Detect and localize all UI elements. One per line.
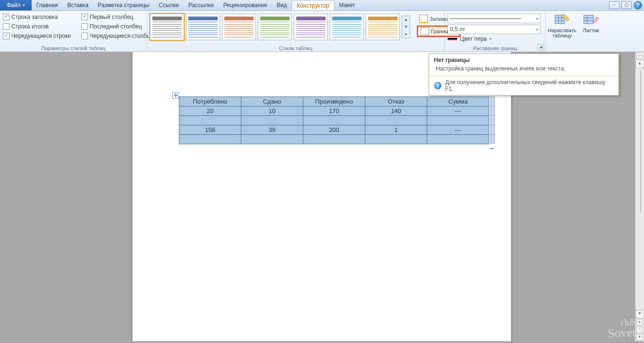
option-label: Последний столбец (90, 23, 142, 30)
option-чередующиеся-строки[interactable]: Чередующиеся строки (3, 33, 71, 39)
group-label: Рисование границ (445, 45, 545, 51)
scroll-down-button[interactable]: ▼ (635, 310, 644, 318)
document-table[interactable]: ПотребленоСданоПроизведеноОтказСумма2010… (179, 97, 489, 144)
borders-tooltip: Нет границы Настройка границ выделенных … (429, 53, 619, 96)
row-selection-marker[interactable] (490, 125, 495, 134)
scroll-up-button[interactable]: ▲ (635, 60, 644, 68)
tab-главная[interactable]: Главная (32, 0, 63, 10)
vertical-scrollbar[interactable]: ▭ ▲ ▼ ▴ ○ ▾ (635, 52, 644, 341)
next-page-button[interactable]: ▾ (636, 334, 643, 341)
tooltip-title: Нет границы (429, 54, 618, 64)
checkbox-icon (81, 33, 88, 39)
pen-style-dropdown[interactable]: ▾ (448, 14, 540, 23)
table-style-swatch[interactable] (366, 14, 400, 40)
file-menu[interactable]: Файл (0, 0, 32, 10)
table-style-gallery[interactable]: ▲▼▾ (150, 12, 410, 40)
bucket-icon (419, 15, 428, 23)
svg-rect-6 (584, 15, 593, 24)
option-label: Строка заголовка (11, 14, 58, 20)
option-последний-столбец[interactable]: Последний столбец (81, 23, 154, 30)
table-style-swatch[interactable] (150, 14, 184, 40)
table-style-swatch[interactable] (222, 14, 256, 40)
checkbox-icon (3, 33, 9, 39)
pen-weight-dropdown[interactable]: 0,5 пт▾ (448, 25, 540, 34)
checkbox-icon (3, 14, 9, 20)
tab-макет[interactable]: Макет (335, 0, 360, 10)
table-header-cell[interactable]: Отказ (365, 97, 427, 106)
scroll-thumb[interactable] (640, 70, 641, 213)
row-selection-marker[interactable] (490, 115, 495, 125)
eraser-icon (583, 13, 599, 27)
table-header-cell[interactable]: Произведено (303, 97, 365, 106)
table-cell[interactable]: 39 (241, 125, 303, 135)
eraser-button[interactable]: Ластик (581, 13, 601, 38)
checkbox-icon (81, 23, 88, 30)
table-cell[interactable] (241, 135, 303, 144)
option-label: Строка итогов (11, 23, 49, 30)
gallery-more-button[interactable]: ▲▼▾ (402, 16, 410, 38)
tab-вставка[interactable]: Вставка (62, 0, 93, 10)
table-cell[interactable]: 140 (365, 106, 427, 116)
window-min-button[interactable]: – (609, 1, 619, 9)
tab-ссылки[interactable]: Ссылки (154, 0, 184, 10)
table-cell[interactable] (427, 116, 489, 125)
tooltip-footer: Для получения дополнительных сведений на… (445, 79, 614, 92)
table-cell[interactable]: --- (427, 125, 489, 135)
table-cell[interactable] (241, 116, 303, 125)
draw-table-button[interactable]: Нарисовать таблицу (548, 13, 576, 38)
table-style-swatch[interactable] (258, 14, 292, 40)
table-style-swatch[interactable] (186, 14, 220, 40)
group-pen: ▾ 0,5 пт▾ Цвет пера ▾ Рисование границ ◢ (445, 11, 546, 52)
tab-рецензирование[interactable]: Рецензирование (219, 0, 272, 10)
table-cell[interactable] (303, 116, 365, 125)
table-cell[interactable]: 1 (365, 125, 427, 135)
table-cell[interactable]: 10 (241, 106, 303, 116)
help-button[interactable]: ? (634, 1, 642, 9)
checkbox-icon (81, 14, 88, 20)
table-header-cell[interactable]: Сдано (241, 97, 303, 106)
table-cell[interactable]: 200 (303, 125, 365, 135)
group-label: Стили таблиц (147, 45, 444, 51)
table-style-swatch[interactable] (294, 14, 328, 40)
table-cell[interactable]: --- (427, 106, 489, 116)
table-cell[interactable] (365, 135, 427, 144)
table-cell[interactable] (365, 116, 427, 125)
table-cell[interactable] (179, 116, 241, 125)
table-resize-handle[interactable] (490, 148, 494, 149)
table-cell[interactable]: 170 (303, 106, 365, 116)
table-move-handle[interactable]: ✥ (172, 92, 179, 99)
option-label: Чередующиеся строки (11, 33, 71, 39)
window-restore-button[interactable]: ▢ (621, 1, 632, 9)
group-table-styles: ▲▼▾ Заливка▾ Границы▾ Стили таблиц (147, 11, 445, 52)
tab-разметка страницы[interactable]: Разметка страницы (93, 0, 154, 10)
option-первый-столбец[interactable]: Первый столбец (81, 14, 154, 20)
checkbox-icon (3, 23, 9, 30)
borders-icon (421, 27, 429, 35)
tab-конструктор[interactable]: Конструктор (291, 0, 334, 10)
table-header-cell[interactable]: Потреблено (179, 97, 241, 106)
browse-object-button[interactable]: ○ (636, 326, 643, 333)
tab-вид[interactable]: Вид (272, 0, 291, 10)
dialog-launcher[interactable]: ◢ (538, 44, 544, 51)
ruler-toggle-icon[interactable]: ▭ (636, 53, 643, 59)
table-cell[interactable] (303, 135, 365, 144)
row-selection-marker[interactable] (490, 134, 495, 144)
table-cell[interactable]: 156 (179, 125, 241, 135)
option-чередующиеся-столбцы[interactable]: Чередующиеся столбцы (81, 33, 154, 39)
table-cell[interactable]: 20 (179, 106, 241, 116)
pen-color-button[interactable]: Цвет пера ▾ (448, 35, 542, 42)
menu-tabs: Файл ГлавнаяВставкаРазметка страницыСсыл… (0, 0, 644, 11)
table-cell[interactable] (427, 135, 489, 144)
group-draw: Нарисовать таблицу Ластик (546, 11, 613, 52)
option-строка-итогов[interactable]: Строка итогов (3, 23, 71, 30)
table-style-swatch[interactable] (330, 14, 364, 40)
option-строка-заголовка[interactable]: Строка заголовка (3, 14, 71, 20)
table-header-cell[interactable]: Сумма (427, 97, 489, 106)
tab-рассылки[interactable]: Рассылки (184, 0, 219, 10)
table-cell[interactable] (179, 135, 241, 144)
tooltip-body: Настройка границ выделенных ячеек или те… (429, 64, 618, 76)
ribbon: Строка заголовкаСтрока итоговЧередующиес… (0, 11, 644, 52)
prev-page-button[interactable]: ▴ (636, 319, 643, 325)
row-selection-marker[interactable] (490, 106, 495, 115)
row-selection-marker[interactable] (490, 97, 495, 106)
